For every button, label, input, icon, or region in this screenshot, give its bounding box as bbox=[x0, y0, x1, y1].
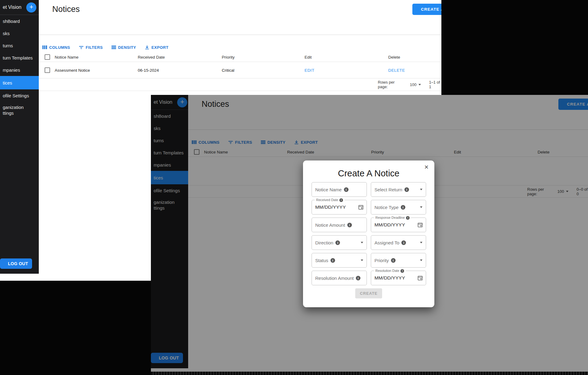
priority-label: Priority bbox=[374, 258, 389, 263]
cell-notice-name: Assessment Notice bbox=[55, 68, 90, 73]
info-icon[interactable] bbox=[335, 240, 340, 245]
received-date-field[interactable]: Received Date MM/DD/YYYY bbox=[312, 200, 367, 215]
column-header-notice-name[interactable]: Notice Name bbox=[55, 55, 79, 59]
pagination-range: 1–1 of 1 bbox=[429, 80, 441, 89]
info-icon[interactable] bbox=[344, 187, 349, 192]
delete-link[interactable]: DELETE bbox=[388, 68, 405, 73]
calendar-icon[interactable] bbox=[418, 276, 423, 281]
notice-type-dropdown[interactable]: Notice Type bbox=[371, 200, 426, 215]
density-label: DENSITY bbox=[118, 45, 136, 50]
screen-edge-strip bbox=[151, 372, 588, 375]
priority-dropdown[interactable]: Priority bbox=[371, 253, 426, 268]
response-deadline-value: MM/DD/YYYY bbox=[374, 222, 405, 228]
sidebar-item-notices[interactable]: tices bbox=[0, 76, 39, 89]
column-header-delete[interactable]: Delete bbox=[388, 55, 400, 59]
select-return-dropdown[interactable]: Select Return bbox=[371, 182, 426, 197]
table-row[interactable]: Assessment Notice 06-15-2024 Critical ED… bbox=[39, 62, 441, 78]
direction-dropdown[interactable]: Direction bbox=[312, 235, 367, 250]
sidebar: et Vision shBoard sks turns turn Templat… bbox=[0, 0, 39, 274]
sidebar-item-dashboard[interactable]: shBoard bbox=[0, 15, 39, 27]
add-icon[interactable] bbox=[26, 2, 36, 13]
filters-label: FILTERS bbox=[86, 45, 103, 50]
received-date-value: MM/DD/YYYY bbox=[315, 204, 346, 210]
create-notice-button[interactable]: CREATE A N bbox=[412, 4, 441, 15]
assigned-to-dropdown[interactable]: Assigned To bbox=[371, 235, 426, 250]
create-submit-button[interactable]: CREATE bbox=[355, 288, 382, 298]
caret-down-icon bbox=[420, 260, 422, 261]
density-button[interactable]: DENSITY bbox=[109, 45, 139, 50]
notice-amount-field[interactable]: Notice Amount bbox=[312, 218, 367, 232]
status-label: Status bbox=[315, 258, 328, 263]
assigned-to-label: Assigned To bbox=[374, 240, 399, 245]
columns-button[interactable]: COLUMNS bbox=[40, 45, 73, 50]
info-icon[interactable] bbox=[356, 276, 360, 280]
info-icon[interactable] bbox=[400, 269, 404, 273]
export-button[interactable]: EXPORT bbox=[142, 45, 171, 50]
notice-type-label: Notice Type bbox=[374, 205, 399, 210]
resolution-date-label: Resolution Date bbox=[374, 269, 406, 273]
page-title: Notices bbox=[52, 5, 80, 14]
sidebar-item-profile-settings[interactable]: ofile Settings bbox=[0, 89, 39, 102]
logout-button[interactable]: LOG OUT bbox=[0, 258, 32, 269]
edit-link[interactable]: EDIT bbox=[305, 68, 314, 73]
brand: et Vision bbox=[0, 0, 39, 15]
rows-per-page-label: Rows per page: bbox=[378, 80, 402, 89]
window-notices-modal: et Vision shBoard sks turns turn Templat… bbox=[151, 95, 588, 375]
sidebar-item-organization-settings[interactable]: ganization ttings bbox=[0, 102, 39, 119]
caret-down-icon bbox=[361, 260, 363, 261]
info-icon[interactable] bbox=[401, 240, 406, 245]
info-icon[interactable] bbox=[406, 216, 410, 220]
density-icon bbox=[111, 45, 116, 49]
rows-per-page-select[interactable]: 100 bbox=[410, 82, 421, 87]
grid-toolbar: COLUMNS FILTERS DENSITY EXPORT bbox=[40, 43, 171, 52]
resolution-amount-field[interactable]: Resolution Amount bbox=[312, 271, 367, 285]
cell-received-date: 06-15-2024 bbox=[138, 68, 159, 73]
export-label: EXPORT bbox=[152, 45, 169, 50]
resolution-amount-placeholder: Resolution Amount bbox=[315, 276, 354, 281]
column-header-priority[interactable]: Priority bbox=[222, 55, 235, 59]
brand-label: et Vision bbox=[3, 5, 21, 10]
info-icon[interactable] bbox=[339, 198, 343, 202]
resolution-date-field[interactable]: Resolution Date MM/DD/YYYY bbox=[371, 271, 426, 285]
received-date-label: Received Date bbox=[315, 198, 345, 202]
caret-down-icon bbox=[361, 242, 363, 243]
select-all-checkbox[interactable] bbox=[45, 54, 50, 60]
sidebar-item-return-templates[interactable]: turn Templates bbox=[0, 52, 39, 64]
notice-name-field[interactable]: Notice Name bbox=[312, 182, 367, 197]
filter-icon bbox=[79, 45, 84, 49]
export-icon bbox=[145, 45, 149, 50]
pagination-bar: Rows per page: 100 1–1 of 1 bbox=[39, 78, 441, 91]
caret-down-icon bbox=[418, 84, 421, 85]
info-icon[interactable] bbox=[391, 258, 396, 263]
response-deadline-field[interactable]: Response Deadline MM/DD/YYYY bbox=[371, 218, 426, 232]
calendar-icon[interactable] bbox=[358, 205, 363, 210]
sidebar-item-companies[interactable]: mpanies bbox=[0, 64, 39, 76]
create-notice-modal: Create A Notice Notice Name Select Retur… bbox=[303, 160, 434, 307]
info-icon[interactable] bbox=[347, 223, 352, 227]
caret-down-icon bbox=[420, 242, 422, 243]
caret-down-icon bbox=[420, 189, 422, 190]
rows-per-page-value: 100 bbox=[410, 82, 417, 87]
select-return-label: Select Return bbox=[374, 187, 402, 192]
notice-name-placeholder: Notice Name bbox=[315, 187, 342, 192]
info-icon[interactable] bbox=[401, 205, 405, 210]
sidebar-item-tasks[interactable]: sks bbox=[0, 27, 39, 39]
column-header-edit[interactable]: Edit bbox=[305, 55, 312, 59]
columns-label: COLUMNS bbox=[49, 45, 70, 50]
info-icon[interactable] bbox=[331, 258, 335, 263]
status-dropdown[interactable]: Status bbox=[312, 253, 367, 268]
filters-button[interactable]: FILTERS bbox=[76, 45, 105, 50]
calendar-icon[interactable] bbox=[418, 222, 423, 228]
caret-down-icon bbox=[420, 207, 422, 208]
row-checkbox[interactable] bbox=[45, 67, 50, 73]
sidebar-item-returns[interactable]: turns bbox=[0, 39, 39, 52]
column-header-received-date[interactable]: Received Date bbox=[138, 55, 165, 59]
direction-label: Direction bbox=[315, 240, 333, 245]
table-header-row: Notice Name Received Date Priority Edit … bbox=[39, 52, 441, 62]
notice-amount-placeholder: Notice Amount bbox=[315, 222, 345, 228]
response-deadline-label: Response Deadline bbox=[374, 216, 411, 220]
resolution-date-value: MM/DD/YYYY bbox=[374, 275, 405, 281]
info-icon[interactable] bbox=[404, 187, 409, 192]
cell-priority: Critical bbox=[222, 68, 234, 73]
header-divider bbox=[39, 34, 441, 35]
